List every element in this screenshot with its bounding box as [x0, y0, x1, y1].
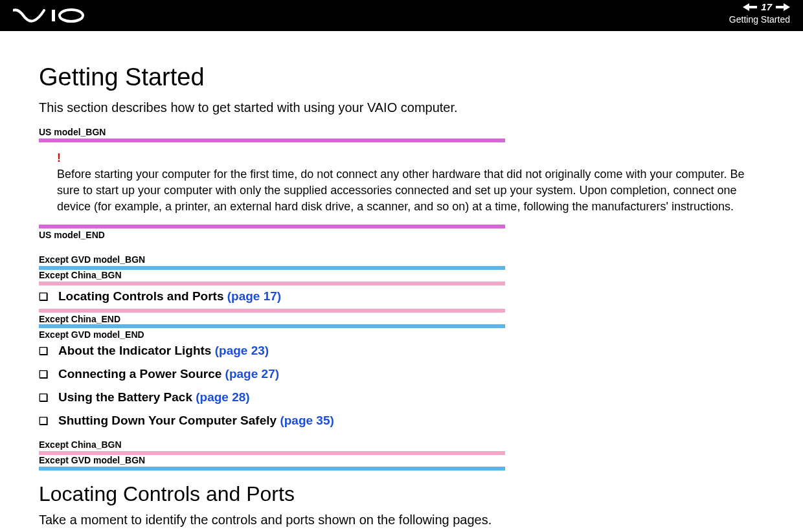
page-number: 17: [761, 1, 772, 13]
warning-icon: !: [57, 151, 764, 165]
toc-text: Connecting a Power Source (page 27): [58, 367, 279, 381]
intro-text: This section describes how to get starte…: [39, 100, 764, 115]
toc-label: Locating Controls and Ports: [58, 289, 227, 303]
header-bar: 17 Getting Started: [0, 0, 803, 31]
bullet-icon: ❑: [39, 390, 48, 406]
toc-link[interactable]: (page 35): [280, 414, 334, 427]
header-nav: 17 Getting Started: [729, 0, 790, 25]
section-intro: Take a moment to identify the controls a…: [39, 513, 764, 527]
toc-item: ❑ Shutting Down Your Computer Safely (pa…: [39, 410, 764, 433]
marker-label: Except China_END: [39, 313, 505, 324]
marker-us-bgn: US model_BGN: [39, 127, 505, 142]
page-content: Getting Started This section describes h…: [0, 31, 803, 532]
vaio-logo: [13, 8, 97, 23]
toc-link[interactable]: (page 27): [225, 367, 279, 381]
toc-link[interactable]: (page 28): [196, 390, 249, 404]
bullet-icon: ❑: [39, 367, 48, 382]
marker-bar-cyan: [39, 467, 505, 471]
section-title: Locating Controls and Ports: [39, 482, 764, 506]
marker-label: Except China_BGN: [39, 270, 505, 282]
page-title: Getting Started: [39, 63, 764, 91]
toc-link[interactable]: (page 23): [215, 344, 269, 357]
marker-china-end: Except China_END: [39, 309, 505, 324]
marker-china-bgn2: Except China_BGN: [39, 439, 505, 455]
svg-point-1: [60, 10, 83, 21]
marker-label: Except China_BGN: [39, 439, 505, 451]
toc-item: ❑ About the Indicator Lights (page 23): [39, 340, 764, 363]
toc-link[interactable]: (page 17): [227, 289, 281, 303]
marker-gvd-bgn: Except GVD model_BGN: [39, 254, 505, 270]
marker-label: Except GVD model_BGN: [39, 455, 505, 467]
toc-text: Using the Battery Pack (page 28): [58, 390, 250, 405]
toc-label: Shutting Down Your Computer Safely: [58, 414, 280, 427]
marker-gvd-end: Except GVD model_END: [39, 324, 505, 340]
toc-text: Locating Controls and Ports (page 17): [58, 289, 281, 304]
toc-label: About the Indicator Lights: [58, 344, 215, 357]
marker-gvd-bgn2: Except GVD model_BGN: [39, 455, 505, 471]
marker-label: US model_END: [39, 228, 505, 240]
bullet-icon: ❑: [39, 289, 48, 305]
bullet-icon: ❑: [39, 414, 48, 429]
toc-item: ❑ Using the Battery Pack (page 28): [39, 386, 764, 410]
toc-label: Using the Battery Pack: [58, 390, 196, 404]
marker-label: Except GVD model_BGN: [39, 254, 505, 266]
svg-rect-0: [52, 10, 55, 21]
toc-text: About the Indicator Lights (page 23): [58, 344, 269, 358]
marker-china-bgn: Except China_BGN: [39, 270, 505, 285]
svg-marker-3: [776, 3, 790, 11]
warning-block: ! Before starting your computer for the …: [39, 142, 764, 225]
toc-item: ❑ Locating Controls and Ports (page 17): [39, 285, 764, 309]
toc-item: ❑ Connecting a Power Source (page 27): [39, 363, 764, 386]
marker-label: Except GVD model_END: [39, 328, 505, 340]
marker-us-end: US model_END: [39, 225, 505, 240]
nav-prev-icon[interactable]: [743, 3, 757, 11]
toc-text: Shutting Down Your Computer Safely (page…: [58, 414, 334, 428]
breadcrumb: Getting Started: [729, 13, 790, 25]
svg-marker-2: [743, 3, 757, 11]
bullet-icon: ❑: [39, 344, 48, 359]
nav-next-icon[interactable]: [776, 3, 790, 11]
marker-label: US model_BGN: [39, 127, 505, 139]
toc-label: Connecting a Power Source: [58, 367, 225, 381]
warning-body: Before starting your computer for the fi…: [57, 166, 764, 216]
